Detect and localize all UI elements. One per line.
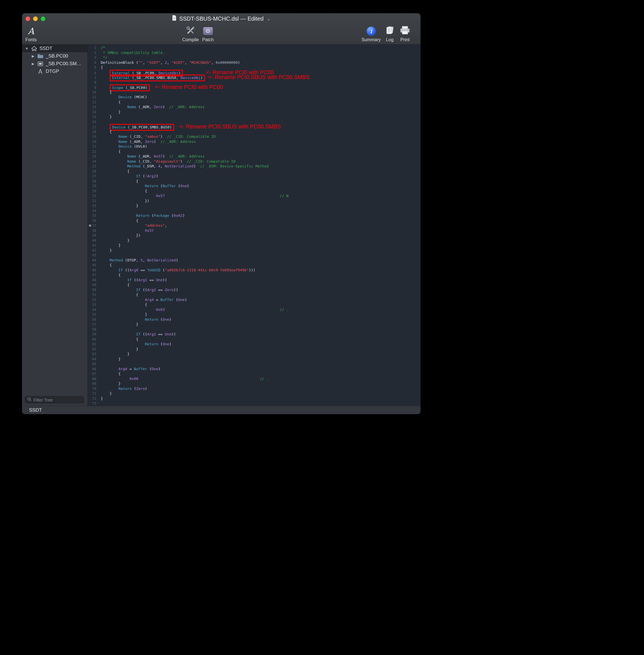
code-line[interactable]: 20 Name (_ADR, Zero) // _ADR: Address xyxy=(88,139,420,144)
code-line[interactable]: 58 xyxy=(88,327,420,332)
code-line[interactable]: 62 } xyxy=(88,347,420,352)
sidebar-item-ssdt[interactable]: ▼ SSDT xyxy=(22,45,88,52)
code-line[interactable]: 15 } xyxy=(88,114,420,119)
code-line[interactable]: 38 0x57 xyxy=(88,228,420,233)
code-line[interactable]: 31 0x57 // W xyxy=(88,194,420,199)
code-lines: 1/*2 * SMBus compatibility table.3 */4De… xyxy=(88,45,420,406)
code-line[interactable]: 25 Method (_DSM, 4, NotSerialized) // _D… xyxy=(88,164,420,169)
code-line[interactable]: 24 Name (_CID, "diagsvault") // _CID: Co… xyxy=(88,159,420,164)
code-line[interactable]: 33 } xyxy=(88,203,420,208)
code-line[interactable]: 35 Return (Package (0x02) xyxy=(88,213,420,218)
zoom-button[interactable] xyxy=(41,16,45,21)
code-line[interactable]: 48 If ((Arg1 == One)) xyxy=(88,277,420,283)
code-line[interactable]: 29 Return (Buffer (One) xyxy=(88,183,420,188)
code-editor[interactable]: 1/*2 * SMBus compatibility table.3 */4De… xyxy=(88,45,420,406)
fonts-button[interactable]: A Fonts xyxy=(22,25,40,42)
line-number: 50 xyxy=(88,288,98,293)
code-line[interactable]: 28 { xyxy=(88,179,420,184)
code-line[interactable]: 2 * SMBus compatibility table. xyxy=(88,50,420,55)
summary-button[interactable]: i Summary xyxy=(360,25,382,42)
sidebar-item-sb-pc00[interactable]: ▶ _SB.PC00 xyxy=(22,52,88,60)
close-button[interactable] xyxy=(25,16,30,21)
code-line[interactable]: 43 xyxy=(88,253,420,258)
code-line[interactable]: 50 If ((Arg2 == Zero)) xyxy=(88,288,420,293)
disclosure-collapsed-icon[interactable]: ▶ xyxy=(31,54,35,58)
code-line[interactable]: 73 xyxy=(88,401,420,406)
code-line[interactable]: 27 If (!Arg2) xyxy=(88,174,420,179)
code-line[interactable]: 69 } xyxy=(88,381,420,386)
code-line[interactable]: 8 xyxy=(88,80,420,85)
code-line[interactable]: 59 If ((Arg2 == One)) xyxy=(88,332,420,337)
code-line[interactable]: 14 } xyxy=(88,110,420,115)
code-line[interactable]: 30 { xyxy=(88,188,420,194)
code-line[interactable]: 42 } xyxy=(88,248,420,253)
code-line[interactable]: 10 { xyxy=(88,90,420,95)
code-line[interactable]: 11 Device (MCHC) xyxy=(88,95,420,100)
code-line[interactable]: 26 { xyxy=(88,169,420,174)
code-line[interactable]: 49 { xyxy=(88,282,420,288)
code-line[interactable]: 61 Return (One) xyxy=(88,342,420,347)
sidebar-item-dtgp[interactable]: DTGP xyxy=(22,67,88,75)
code-line[interactable]: 9 Scope (_SB.PC00) <- Rename PCI0 with P… xyxy=(88,85,420,90)
code-line[interactable]: 37 "address", xyxy=(88,223,420,228)
title-chevron-icon[interactable]: ⌄ xyxy=(267,16,271,22)
compile-button[interactable]: Compile xyxy=(181,25,200,42)
code-line[interactable]: 70 Return (Zero) xyxy=(88,386,420,391)
code-line[interactable]: 68 0x00 // . xyxy=(88,376,420,381)
code-line[interactable]: 19 Name (_CID, "smbus") // _CID: Compati… xyxy=(88,134,420,139)
code-line[interactable]: 52 Arg4 = Buffer (One) xyxy=(88,297,420,302)
code-token: Zero xyxy=(154,105,163,109)
code-line[interactable]: 1/* xyxy=(88,45,420,50)
code-line[interactable]: 21 Device (DVL0) xyxy=(88,144,420,149)
filter-tree-input[interactable] xyxy=(33,397,82,403)
code-token xyxy=(101,278,127,282)
code-line[interactable]: 60 { xyxy=(88,337,420,342)
print-button[interactable]: Print xyxy=(397,25,413,42)
disclosure-collapsed-icon[interactable]: ▶ xyxy=(31,62,35,66)
code-line[interactable]: 46 If ((Arg0 == ToUUID ("a0b5b7c6-1318-4… xyxy=(88,268,420,273)
code-line[interactable]: 63 } xyxy=(88,352,420,357)
code-line[interactable]: 64 } xyxy=(88,357,420,362)
filter-tree-field[interactable] xyxy=(25,396,84,403)
sidebar-item-sb-pc00-sm[interactable]: ▶ _SB.PC00.SM… xyxy=(22,60,88,67)
code-token: ) xyxy=(154,139,160,144)
code-line[interactable]: 13 Name (_ADR, Zero) // _ADR: Address xyxy=(88,105,420,110)
code-line[interactable]: 67 { xyxy=(88,371,420,376)
code-line[interactable]: 23 Name (_ADR, 0x57) // _ADR: Address xyxy=(88,154,420,159)
code-line[interactable]: 32 }) xyxy=(88,199,420,204)
code-line[interactable]: 34 xyxy=(88,208,420,213)
patch-button[interactable]: ⚙ Patch xyxy=(199,25,217,42)
code-line[interactable]: 57 } xyxy=(88,322,420,327)
code-line[interactable]: 12 { xyxy=(88,100,420,105)
code-line[interactable]: 36 { xyxy=(88,218,420,223)
code-token: , xyxy=(143,258,147,262)
code-line[interactable]: 40 } xyxy=(88,238,420,243)
code-line[interactable]: 18 { xyxy=(88,129,420,134)
code-line[interactable]: 22 { xyxy=(88,149,420,154)
code-line[interactable]: 44 Method (DTGP, 5, NotSerialized) xyxy=(88,258,420,263)
code-token: } xyxy=(101,238,130,243)
code-line[interactable]: 56 Return (One) xyxy=(88,317,420,322)
code-token: "smbus" xyxy=(145,134,161,139)
code-line[interactable]: 45 { xyxy=(88,263,420,268)
minimize-button[interactable] xyxy=(33,16,38,21)
summary-label: Summary xyxy=(360,37,382,42)
log-button[interactable]: Log xyxy=(383,25,397,42)
code-line[interactable]: 71 } xyxy=(88,391,420,396)
code-token: */ xyxy=(101,55,107,60)
code-line[interactable]: 55 } xyxy=(88,312,420,317)
code-line[interactable]: 7 External (_SB_.PC00.SMBS.BUS0, DeviceO… xyxy=(88,75,420,80)
disclosure-expanded-icon[interactable]: ▼ xyxy=(25,47,29,50)
code-line[interactable]: 54 0x03 // . xyxy=(88,307,420,312)
code-line[interactable]: 66 Arg4 = Buffer (One) xyxy=(88,366,420,371)
code-line[interactable]: 39 }) xyxy=(88,233,420,238)
code-line[interactable]: 53 { xyxy=(88,302,420,307)
code-line[interactable]: 4DefinitionBlock ("", "SSDT", 2, "ACDT",… xyxy=(88,60,420,65)
code-line[interactable]: 72} xyxy=(88,396,420,401)
code-line[interactable]: 17 Device (_SB.PC00.SMBS.BUS0) <- Rename… xyxy=(88,124,420,129)
code-line[interactable]: 41 } xyxy=(88,243,420,248)
code-line[interactable]: 47 { xyxy=(88,272,420,277)
code-line[interactable]: 51 { xyxy=(88,292,420,297)
code-line[interactable]: 65 xyxy=(88,361,420,366)
code-line[interactable]: 3 */ xyxy=(88,55,420,60)
